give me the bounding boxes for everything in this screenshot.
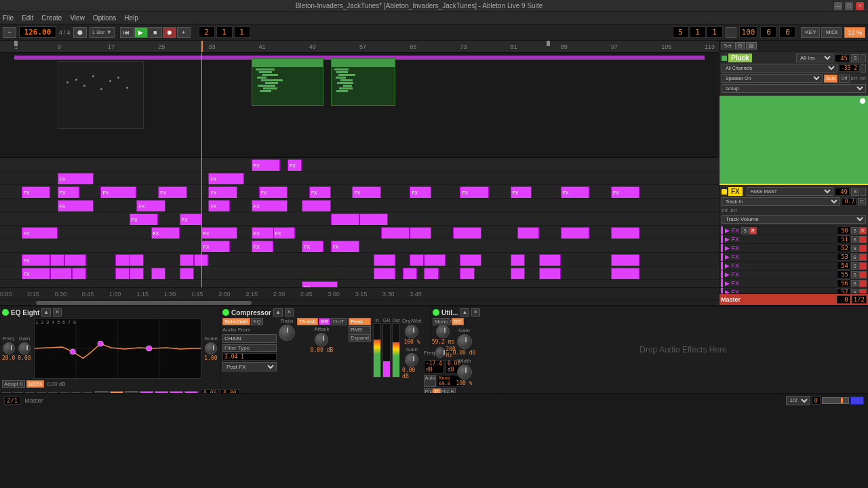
clip-10-2[interactable] (50, 268, 72, 280)
thresh-label[interactable]: Thresh (297, 318, 318, 325)
clip-6-2[interactable]: FX (180, 214, 201, 226)
stop-btn[interactable]: ■ (149, 27, 162, 38)
clip-7-6[interactable] (381, 227, 410, 239)
clip-4-7[interactable]: FX (309, 186, 331, 199)
util-power-btn[interactable] (433, 309, 439, 316)
clip-7-3[interactable]: FX (201, 227, 237, 239)
bpm-display[interactable]: 126.00 (19, 26, 56, 38)
green-clip-2[interactable] (331, 58, 395, 106)
clip-10-9[interactable] (403, 268, 417, 280)
clip-7-11[interactable] (611, 227, 639, 239)
clip-9-9[interactable] (410, 254, 424, 266)
clip-8-4[interactable]: FX (331, 241, 359, 253)
loop-btn[interactable]: ↔ (3, 27, 16, 38)
sidechain-btn[interactable]: Sidechain (222, 318, 250, 325)
rms-btn[interactable]: RMS (349, 326, 371, 333)
clip-8-3[interactable]: FX (302, 241, 323, 253)
eq-icon-6[interactable]: ⬤ (60, 392, 69, 393)
expand-btn[interactable]: Expand (349, 334, 371, 342)
h-scrollbar-thumb[interactable] (36, 301, 252, 305)
util-width-knob[interactable] (457, 365, 472, 380)
fader-s-55[interactable]: S (851, 271, 859, 279)
clip-9-14[interactable] (611, 254, 639, 266)
eq-scale-knob[interactable] (205, 342, 217, 354)
filter-freq-val[interactable]: 3.04 1 (222, 353, 277, 361)
clip-5-5[interactable] (302, 200, 330, 212)
clip-5-2[interactable]: FX (136, 200, 165, 212)
melody-clip-1[interactable] (58, 61, 144, 129)
eq-gain-knob[interactable] (18, 342, 31, 354)
clip-7-8[interactable] (453, 227, 481, 239)
peak-btn[interactable]: Peak (349, 318, 371, 325)
c-btn[interactable]: C (858, 198, 866, 205)
clip-4-5[interactable]: FX (208, 186, 237, 199)
clip-10-8[interactable] (374, 268, 395, 280)
attack-knob[interactable] (315, 333, 328, 346)
clip-9-13[interactable] (539, 254, 561, 266)
fader-r-50[interactable]: R (749, 227, 757, 235)
eq-collapse-btn[interactable]: ▲ (41, 308, 51, 317)
close-btn[interactable]: ✕ (856, 2, 864, 10)
clip-10-11[interactable] (460, 268, 474, 280)
fader-r-57[interactable] (859, 289, 867, 294)
panel-btn-1[interactable]: ⊙ (735, 42, 745, 49)
clip-4-3[interactable]: FX (100, 186, 136, 199)
key-btn[interactable]: KEY (801, 27, 820, 38)
pluck-fold-btn[interactable] (861, 54, 866, 62)
pluck-vol-1[interactable]: 45 (835, 54, 850, 62)
clip-8-1[interactable]: FX (201, 241, 230, 253)
sr-label[interactable]: SR (319, 318, 330, 325)
clip-10-14[interactable] (611, 268, 639, 280)
pluck-channel-select[interactable]: All Channels (722, 64, 837, 73)
panel-btn-2[interactable]: ▤ (746, 42, 757, 49)
fx-s-btn[interactable]: S (851, 188, 859, 196)
eq-freq-display[interactable]: 0.00 dB (201, 389, 219, 393)
clip-10-10[interactable] (424, 268, 438, 280)
clip-4-8[interactable]: FX (352, 186, 380, 199)
clip-4-4[interactable]: FX (158, 186, 186, 199)
rewind-btn[interactable]: ⏮ (120, 27, 134, 38)
time-sig-den[interactable]: 4 (67, 29, 71, 36)
fx-vol-1[interactable]: 49 (835, 188, 850, 196)
clip-7-9[interactable] (517, 227, 539, 239)
clip-5-1[interactable]: FX (58, 200, 94, 212)
master-fader[interactable] (822, 397, 849, 404)
eq-num-1[interactable]: 1 (95, 391, 108, 393)
fader-s-50[interactable]: S (741, 227, 749, 235)
clip-7-10[interactable] (561, 227, 589, 239)
maximize-btn[interactable]: □ (845, 2, 853, 10)
master-vol[interactable]: 1/2 (852, 296, 867, 304)
fader-r-53[interactable] (859, 253, 867, 261)
eq-num-7[interactable]: 7 (184, 391, 198, 393)
clip-9-3[interactable] (64, 254, 86, 266)
clip-3-2[interactable]: FX (208, 173, 244, 185)
clip-10-3[interactable] (72, 268, 86, 280)
fx-track-in-select[interactable]: Track In (722, 197, 840, 206)
eq-power-btn[interactable] (2, 309, 9, 316)
fader-r-54[interactable] (859, 262, 867, 270)
eq-icon-3[interactable]: ⬤ (25, 392, 35, 393)
clip-9-8[interactable] (374, 254, 395, 266)
out-label[interactable]: OUT (331, 318, 347, 325)
pluck-dot[interactable] (860, 98, 865, 104)
clip-6-4[interactable] (359, 214, 388, 226)
clip-10-4[interactable] (115, 268, 130, 280)
menu-view[interactable]: View (70, 14, 85, 22)
eq-num-3[interactable]: 3 (125, 391, 138, 393)
eq-num-4[interactable]: 4 (140, 391, 153, 393)
fader-r-55[interactable] (859, 271, 867, 279)
pluck-input-select[interactable]: All Ins (796, 54, 833, 62)
clip-9-10[interactable] (424, 254, 446, 266)
menu-options[interactable]: Options (93, 14, 116, 22)
fader-r-51[interactable] (859, 236, 867, 243)
clip-4-10[interactable]: FX (460, 186, 488, 199)
position-bar[interactable]: 2 (199, 26, 215, 38)
eq-close-btn[interactable]: ✕ (53, 308, 62, 317)
pluck-s-btn[interactable]: S (851, 54, 859, 62)
comp-collapse-btn[interactable]: ▲ (273, 308, 283, 317)
pluck-monitor-select[interactable]: Speaker On (722, 74, 823, 83)
fader-s-54[interactable]: S (851, 262, 859, 270)
clip-7-1[interactable]: FX (22, 227, 58, 239)
fader-fold-50[interactable]: S (851, 227, 859, 235)
loop-end[interactable] (547, 41, 550, 46)
